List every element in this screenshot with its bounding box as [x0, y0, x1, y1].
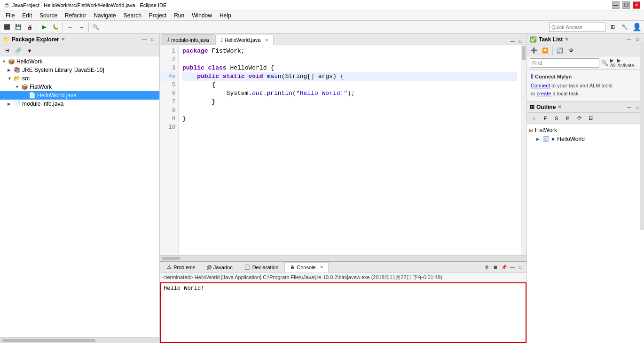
menu-navigate[interactable]: Navigate [90, 11, 119, 20]
quick-access-input[interactable] [549, 23, 605, 32]
or-text: or [531, 91, 537, 96]
close-button[interactable]: ✕ [633, 1, 640, 9]
task-find-input[interactable] [530, 58, 599, 68]
editor-min-button[interactable]: — [509, 37, 516, 45]
tasklist-new[interactable]: ➕ [529, 46, 539, 56]
tab-helloworld-icon: J [220, 38, 223, 43]
menu-window[interactable]: Window [188, 11, 216, 20]
tab-console-close[interactable]: ✕ [320, 265, 323, 270]
find-icon: 🔍 [601, 60, 608, 66]
code-area[interactable]: package FistWork; public class HelloWorl… [179, 45, 521, 255]
tasklist-min[interactable]: — [625, 36, 633, 43]
title-bar-left: ☕ JavaProject - HelloWork/src/FistWork/H… [4, 2, 166, 8]
outline-helloworld-label: HelloWorld [557, 136, 584, 142]
task-list-close[interactable]: ✕ [565, 37, 568, 42]
console-min-button[interactable]: — [509, 264, 516, 271]
hscroll-thumb[interactable] [162, 257, 181, 260]
toolbar-new[interactable]: ⬛ [2, 22, 12, 32]
editor-hscrollbar[interactable] [160, 255, 526, 261]
toolbar-run[interactable]: ▶ [39, 22, 49, 32]
toolbar-avatar[interactable]: 👤 [632, 22, 642, 32]
scrollbar-thumb[interactable] [2, 339, 95, 342]
tasklist-filter[interactable]: 🔽 [540, 46, 550, 56]
outline-hide-fields[interactable]: F [540, 113, 550, 124]
pkg-min-button[interactable]: — [141, 36, 148, 43]
outline-item-fistwork[interactable]: ⊞ FistWork [529, 126, 642, 134]
outline-hide-non-public[interactable]: P [563, 113, 573, 124]
console-header: <terminated> HelloWorld [Java Applicatio… [160, 273, 526, 282]
tree-item-jre[interactable]: ▶ 📚 JRE System Library [JavaSE-10] [0, 66, 159, 74]
outline-item-helloworld[interactable]: ▶ C ● HelloWorld [529, 134, 642, 143]
outline-close[interactable]: ✕ [558, 104, 561, 109]
menu-search[interactable]: Search [120, 11, 145, 20]
tab-helloworld[interactable]: J HelloWorld.java ✕ [215, 35, 274, 45]
tab-moduleinfo[interactable]: J module-info.java [162, 34, 214, 45]
editor-vscrollbar[interactable] [521, 45, 526, 255]
tasklist-settings[interactable]: ⚙ [566, 46, 576, 56]
menu-run[interactable]: Run [170, 11, 188, 20]
task-list-toolbar: ➕ 🔽 🔄 ⚙ [527, 45, 644, 56]
menu-source[interactable]: Source [36, 11, 61, 20]
tree-item-hellowork[interactable]: ▼ 📦 HelloWork [0, 57, 159, 66]
console-pin-button[interactable]: 📌 [500, 264, 508, 271]
toolbar-save[interactable]: 💾 [13, 22, 24, 32]
toolbar-sep2 [63, 23, 63, 32]
tree-item-moduleinfo[interactable]: ▶ 📄 module-info.java [0, 100, 159, 108]
outline-hide-static[interactable]: S [551, 113, 562, 124]
toolbar-perspective2[interactable]: 🔧 [620, 22, 630, 32]
toolbar-debug[interactable]: 🐛 [50, 22, 61, 32]
menu-project[interactable]: Project [145, 11, 170, 20]
pkg-scrollbar[interactable] [0, 337, 159, 343]
outline-collapse[interactable]: ⊟ [585, 113, 596, 124]
task-activate-button[interactable]: ▶ Activate... [617, 58, 638, 68]
toolbar-back[interactable]: ← [65, 22, 75, 32]
tab-problems[interactable]: ⚠ Problems [162, 262, 200, 273]
console-clear-button[interactable]: 🗑 [483, 264, 491, 271]
menu-help[interactable]: Help [216, 11, 235, 20]
tab-javadoc[interactable]: @ Javadoc [201, 262, 237, 273]
toolbar-perspective1[interactable]: ⊞ [607, 22, 618, 32]
toolbar-print[interactable]: 🖨 [24, 22, 35, 32]
outline-label: Outline [536, 104, 556, 110]
task-all-button[interactable]: ▶ All [610, 58, 615, 68]
outline-sort[interactable]: ↕ [529, 113, 539, 124]
pkg-max-button[interactable]: □ [149, 36, 157, 43]
line-num-3: 3 [160, 64, 175, 72]
console-max-button[interactable]: □ [517, 264, 525, 271]
pkg-link-editor[interactable]: 🔗 [13, 46, 24, 56]
task-list-header: ✅ Task List ✕ — □ [527, 34, 644, 45]
pkg-menu[interactable]: ▼ [24, 46, 35, 56]
vscroll-thumb[interactable] [522, 46, 526, 60]
maximize-button[interactable]: ❐ [622, 1, 630, 9]
outline-sync[interactable]: ⟳ [574, 113, 584, 124]
minimize-button[interactable]: — [612, 1, 620, 9]
center-panel: J module-info.java J HelloWorld.java ✕ —… [160, 34, 526, 343]
tree-item-src[interactable]: ▼ 📂 src [0, 74, 159, 83]
tree-item-helloworld[interactable]: 📄 HelloWorld.java [0, 91, 159, 100]
toolbar-fwd[interactable]: → [76, 22, 86, 32]
bottom-tab-controls: 🗑 ⏹ 📌 — □ [483, 264, 525, 271]
tab-helloworld-close[interactable]: ✕ [265, 38, 268, 43]
console-terminate-button[interactable]: ⏹ [492, 264, 499, 271]
pkg-explorer-close-icon[interactable]: ✕ [61, 37, 65, 42]
tab-declaration[interactable]: 📋 Declaration [239, 262, 284, 273]
tab-console[interactable]: 🖥 Console ✕ [284, 262, 328, 273]
tree-arrow-jre: ▶ [8, 68, 12, 72]
editor-max-button[interactable]: □ [517, 37, 525, 45]
tree-arrow-src: ▼ [8, 76, 12, 81]
outline-min[interactable]: — [625, 103, 633, 111]
menu-refactor[interactable]: Refactor [61, 11, 90, 20]
menu-file[interactable]: File [2, 11, 18, 20]
right-scrollbar[interactable] [640, 42, 644, 230]
task-find-bar: 🔍 ▶ All ▶ Activate... ? [527, 56, 644, 70]
create-link[interactable]: create [537, 91, 551, 96]
tree-item-fistwork[interactable]: ▼ 📦 FistWork [0, 83, 159, 91]
tasklist-sync[interactable]: 🔄 [555, 46, 565, 56]
pkg-collapse-all[interactable]: ⊟ [2, 46, 12, 56]
menu-edit[interactable]: Edit [18, 11, 36, 20]
tab-moduleinfo-icon: J [167, 37, 169, 42]
info-icon: ℹ [531, 73, 533, 80]
connect-mylyn-text: Connect to your task and ALM tools or cr… [531, 82, 640, 97]
connect-link[interactable]: Connect [531, 83, 550, 88]
toolbar-search[interactable]: 🔍 [91, 22, 101, 32]
